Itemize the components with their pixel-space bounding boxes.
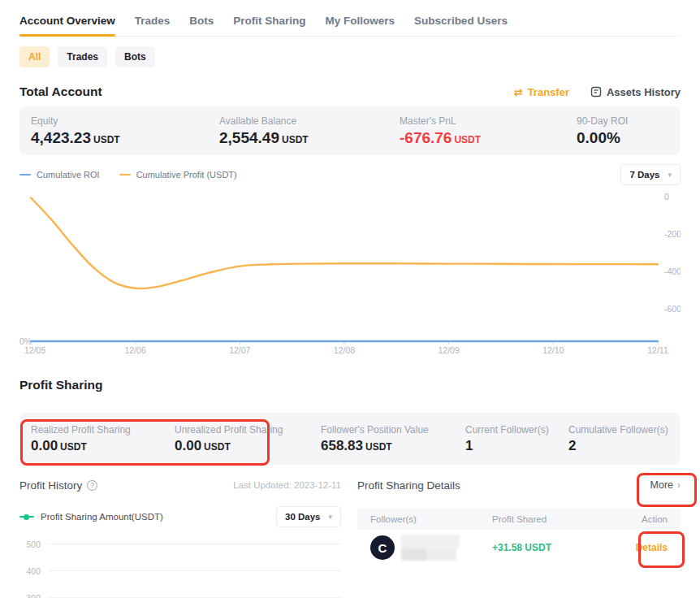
tab-trades[interactable]: Trades <box>135 15 171 27</box>
profit-amount-line-swatch <box>19 516 34 518</box>
roi-value: 0.00% <box>577 129 620 146</box>
svg-text:0: 0 <box>664 192 669 202</box>
profit-shared-value: +31.58 USDT <box>492 542 619 553</box>
assets-history-button[interactable]: Assets History <box>590 86 681 98</box>
equity-unit: USDT <box>93 134 120 145</box>
account-performance-chart: 0-2000-4000-60000%12/0512/0612/0712/0812… <box>19 184 681 358</box>
profit-history-chart: 500 400 300 <box>19 531 341 598</box>
gridline-row: 300 <box>19 584 341 598</box>
tab-my-followers[interactable]: My Followers <box>326 15 395 27</box>
caret-down-icon: ▾ <box>328 513 332 521</box>
realized-value: 0.00 <box>31 438 58 453</box>
profit-history-title: Profit History <box>19 479 82 492</box>
total-account-actions: ⇄ Transfer Assets History <box>514 86 681 98</box>
help-question-icon[interactable]: ? <box>87 480 97 491</box>
profit-history-legend: Profit Sharing Amount(USDT) <box>19 512 163 522</box>
profit-sharing-details-section: Profit Sharing Details More › Follower(s… <box>357 478 681 598</box>
filter-chip-group: All Trades Bots <box>19 46 681 67</box>
assets-history-icon <box>590 86 602 98</box>
assets-history-label: Assets History <box>607 86 681 98</box>
svg-text:-2000: -2000 <box>664 229 681 239</box>
account-chart-legend-row: Cumulative ROI Cumulative Profit (USDT) … <box>19 166 681 184</box>
svg-text:-4000: -4000 <box>664 266 681 276</box>
svg-text:12/11: 12/11 <box>647 345 668 355</box>
available-balance-unit: USDT <box>282 134 309 145</box>
profit-history-header: Profit History ? Last Updated: 2023-12-1… <box>19 478 341 492</box>
stat-current-followers: Current Follower(s) 1 <box>465 424 568 453</box>
profit-sharing-title: Profit Sharing <box>19 378 102 392</box>
svg-text:-6000: -6000 <box>664 304 681 314</box>
svg-text:12/10: 12/10 <box>542 345 564 355</box>
stat-90-day-roi: 90-Day ROI 0.00% <box>577 115 681 146</box>
table-row[interactable]: C +31.58 USDT Details <box>357 530 681 566</box>
roi-line-swatch <box>19 174 31 176</box>
transfer-icon: ⇄ <box>514 87 523 98</box>
masters-pnl-value: -676.76 <box>400 129 452 146</box>
tab-account-overview[interactable]: Account Overview <box>19 15 115 27</box>
stat-available-balance: Available Balance 2,554.49USDT <box>219 115 400 146</box>
chevron-right-icon: › <box>677 479 681 491</box>
stat-follower-position-value: Follower's Position Value 658.83USDT <box>321 424 465 453</box>
total-account-header: Total Account ⇄ Transfer Assets History <box>19 84 681 100</box>
available-balance-value: 2,554.49 <box>219 129 279 146</box>
tab-subscribed-users[interactable]: Subscribed Users <box>414 15 508 27</box>
gridline-row: 400 <box>19 557 341 584</box>
svg-text:12/07: 12/07 <box>229 345 250 355</box>
masters-pnl-unit: USDT <box>454 134 481 145</box>
top-tab-bar: Account Overview Trades Bots Profit Shar… <box>19 15 681 37</box>
legend-cumulative-roi: Cumulative ROI <box>19 170 100 180</box>
follower-name-redacted <box>401 534 465 561</box>
tab-profit-sharing[interactable]: Profit Sharing <box>233 15 305 27</box>
current-followers-value: 1 <box>465 438 473 453</box>
svg-text:12/06: 12/06 <box>125 345 146 355</box>
filter-chip-bots[interactable]: Bots <box>115 46 155 67</box>
svg-text:12/09: 12/09 <box>439 345 460 355</box>
transfer-label: Transfer <box>528 86 569 98</box>
details-table-header: Follower(s) Profit Shared Action <box>357 509 681 530</box>
equity-value: 4,423.23 <box>31 129 91 146</box>
filter-chip-all[interactable]: All <box>19 46 50 67</box>
tab-bots[interactable]: Bots <box>189 15 214 27</box>
stat-equity: Equity 4,423.23USDT <box>31 115 219 146</box>
profit-sharing-stats-panel: Realized Profit Sharing 0.00USDT Unreali… <box>19 413 681 465</box>
transfer-button[interactable]: ⇄ Transfer <box>514 86 569 98</box>
stat-cumulative-followers: Cumulative Follower(s) 2 <box>568 424 681 453</box>
more-button[interactable]: More › <box>650 479 681 491</box>
svg-text:12/08: 12/08 <box>334 345 355 355</box>
svg-text:12/05: 12/05 <box>24 345 45 355</box>
profit-sharing-details-title: Profit Sharing Details <box>357 479 460 492</box>
stat-unrealized-profit-sharing: Unrealized Profit Sharing 0.00USDT <box>175 424 321 453</box>
follower-avatar: C <box>370 535 395 560</box>
last-updated-label: Last Updated: 2023-12-11 <box>233 480 341 490</box>
unrealized-value: 0.00 <box>175 438 201 453</box>
legend-cumulative-profit: Cumulative Profit (USDT) <box>119 170 237 180</box>
profit-history-section: Profit History ? Last Updated: 2023-12-1… <box>19 478 341 598</box>
account-overview-page: Account Overview Trades Bots Profit Shar… <box>0 15 700 598</box>
account-chart-legend: Cumulative ROI Cumulative Profit (USDT) <box>19 170 237 180</box>
profit-line-swatch <box>119 174 131 176</box>
profit-history-range-selector[interactable]: 30 Days ▾ <box>276 506 341 527</box>
chart-range-selector[interactable]: 7 Days ▾ <box>620 164 681 185</box>
filter-chip-trades[interactable]: Trades <box>58 46 107 67</box>
gridline-row: 500 <box>19 531 341 557</box>
caret-down-icon: ▾ <box>668 171 672 179</box>
profit-history-legend-row: Profit Sharing Amount(USDT) 30 Days ▾ <box>19 505 341 528</box>
total-account-title: Total Account <box>19 84 102 99</box>
stat-masters-pnl: Master's PnL -676.76USDT <box>400 115 577 146</box>
follower-cell: C <box>370 534 492 561</box>
details-button[interactable]: Details <box>619 542 668 553</box>
total-account-stats-panel: Equity 4,423.23USDT Available Balance 2,… <box>19 106 681 155</box>
stat-realized-profit-sharing: Realized Profit Sharing 0.00USDT <box>31 424 175 453</box>
profit-sharing-details-header: Profit Sharing Details More › <box>357 478 681 492</box>
position-value: 658.83 <box>321 438 363 453</box>
cumulative-followers-value: 2 <box>568 438 576 453</box>
profit-sharing-header: Profit Sharing <box>19 377 681 393</box>
bottom-grid: Profit History ? Last Updated: 2023-12-1… <box>19 478 681 598</box>
